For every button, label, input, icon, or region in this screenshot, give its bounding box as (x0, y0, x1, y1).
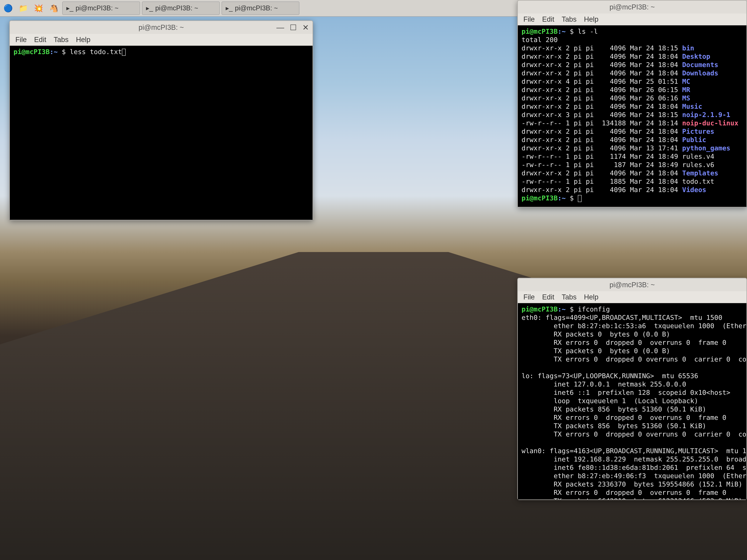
menu-edit[interactable]: Edit (542, 293, 554, 301)
maximize-button[interactable]: ☐ (290, 23, 297, 32)
menu-tabs[interactable]: Tabs (562, 293, 576, 301)
menu-help[interactable]: Help (584, 16, 598, 23)
taskbar-item[interactable]: ▸_ pi@mcPI3B: ~ (222, 1, 300, 15)
menubar: File Edit Tabs Help (518, 14, 746, 25)
titlebar[interactable]: pi@mcPI3B: ~ (518, 1, 746, 14)
menu-file[interactable]: File (523, 16, 535, 23)
menu-tabs[interactable]: Tabs (54, 36, 69, 44)
prompt-user: pi@mcPI3B (14, 48, 50, 56)
taskbar-item[interactable]: ▸_ pi@mcPI3B: ~ (62, 1, 140, 15)
terminal-icon: ▸_ (66, 4, 73, 12)
menu-file[interactable]: File (523, 293, 535, 301)
terminal-icon: ▸_ (146, 4, 153, 12)
menu-help[interactable]: Help (76, 36, 91, 44)
minimize-button[interactable]: — (277, 23, 284, 32)
window-title: pi@mcPI3B: ~ (610, 3, 655, 11)
command-text: less todo.txt (70, 48, 122, 56)
terminal-window-left[interactable]: pi@mcPI3B: ~ — ☐ ✕ File Edit Tabs Help p… (9, 20, 313, 220)
taskbar-item-label: pi@mcPI3B: ~ (235, 4, 278, 12)
taskbar-item-label: pi@mcPI3B: ~ (76, 4, 119, 12)
prompt-symbol: $ (62, 48, 66, 56)
terminal-icon: ▸_ (226, 4, 233, 12)
menu-icon[interactable]: 🔵 (1, 1, 15, 15)
menubar: File Edit Tabs Help (518, 291, 746, 303)
app-icon-2[interactable]: 🐴 (47, 1, 60, 15)
window-title: pi@mcPI3B: ~ (610, 281, 655, 289)
taskbar-item[interactable]: ▸_ pi@mcPI3B: ~ (142, 1, 220, 15)
terminal-body[interactable]: pi@mcPI3B:~ $ ifconfig eth0: flags=4099<… (518, 303, 746, 500)
cursor (122, 49, 126, 56)
menubar: File Edit Tabs Help (10, 34, 313, 46)
terminal-body[interactable]: pi@mcPI3B:~ $ ls -l total 200 drwxr-xr-x… (518, 25, 746, 207)
menu-edit[interactable]: Edit (542, 16, 554, 23)
menu-edit[interactable]: Edit (34, 36, 46, 44)
titlebar[interactable]: pi@mcPI3B: ~ — ☐ ✕ (10, 21, 313, 34)
menu-tabs[interactable]: Tabs (562, 16, 576, 23)
terminal-window-top-right[interactable]: pi@mcPI3B: ~ File Edit Tabs Help pi@mcPI… (517, 0, 747, 207)
terminal-body[interactable]: pi@mcPI3B:~ $ less todo.txt (10, 46, 313, 220)
terminal-window-bottom-right[interactable]: pi@mcPI3B: ~ File Edit Tabs Help pi@mcPI… (517, 278, 747, 500)
prompt-path: ~ (54, 48, 58, 56)
titlebar[interactable]: pi@mcPI3B: ~ (518, 278, 746, 291)
menu-help[interactable]: Help (584, 293, 598, 301)
close-button[interactable]: ✕ (302, 23, 309, 32)
menu-file[interactable]: File (16, 36, 27, 44)
file-manager-icon[interactable]: 📁 (17, 1, 30, 15)
window-title: pi@mcPI3B: ~ (138, 24, 184, 31)
app-icon[interactable]: 💥 (32, 1, 45, 15)
taskbar-item-label: pi@mcPI3B: ~ (155, 4, 198, 12)
